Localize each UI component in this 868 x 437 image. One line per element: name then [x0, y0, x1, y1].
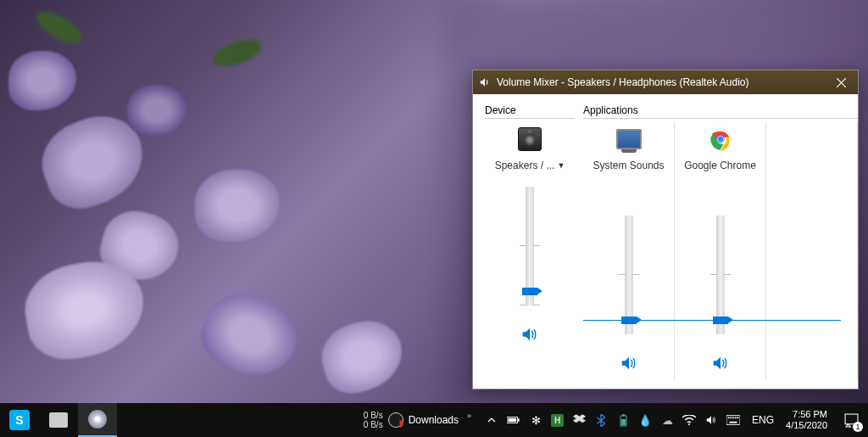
network-speed-indicator[interactable]: 0 B/s 0 B/s — [364, 411, 383, 429]
svg-rect-15 — [737, 417, 738, 418]
app-icon-chrome[interactable] — [707, 126, 734, 153]
svg-rect-16 — [730, 422, 737, 423]
bluetooth-icon[interactable] — [594, 413, 608, 427]
battery-icon[interactable] — [507, 413, 520, 427]
clock[interactable]: 7:56 PM 4/15/2020 — [786, 409, 827, 431]
clock-time: 7:56 PM — [786, 409, 827, 420]
wifi-icon[interactable] — [682, 413, 696, 427]
svg-rect-7 — [621, 419, 626, 425]
dropdown-caret-icon: ▼ — [557, 161, 565, 170]
svg-rect-4 — [508, 418, 516, 422]
app-volume-slider-system-sounds[interactable] — [627, 216, 631, 334]
taskbar-app-disc[interactable] — [78, 403, 117, 437]
downloads-icon — [388, 412, 403, 428]
app-mute-button-system-sounds[interactable] — [617, 351, 641, 375]
titlebar[interactable]: Volume Mixer - Speakers / Headphones (Re… — [473, 70, 858, 94]
volume-icon[interactable] — [704, 413, 718, 427]
tray-icon-battery2[interactable] — [616, 413, 630, 427]
taskbar-app-skype[interactable]: S — [0, 403, 39, 437]
clock-date: 4/15/2020 — [786, 420, 827, 431]
speaker-icon — [711, 354, 730, 373]
app-name-system-sounds: System Sounds — [593, 160, 664, 171]
close-button[interactable] — [824, 70, 858, 94]
speaker-icon — [520, 325, 539, 344]
volume-mixer-window: Volume Mixer - Speakers / Headphones (Re… — [472, 70, 859, 389]
notifications-badge: 1 — [853, 422, 863, 432]
chevrons-icon: » — [467, 412, 471, 420]
device-mute-button[interactable] — [518, 322, 542, 346]
keyboard-icon[interactable] — [726, 413, 740, 427]
applications-section-label: Applications — [583, 104, 858, 119]
taskbar-app-generic[interactable] — [39, 403, 78, 437]
app-name-chrome: Google Chrome — [684, 160, 756, 171]
downloads-label: Downloads — [409, 414, 459, 426]
system-tray: ✻ H 💧 ☁ — [478, 413, 747, 427]
svg-rect-5 — [518, 418, 520, 422]
tray-icon-cloud[interactable]: ☁ — [660, 413, 674, 427]
svg-point-2 — [717, 137, 722, 142]
svg-rect-11 — [728, 417, 730, 418]
speaker-icon — [620, 354, 638, 373]
language-indicator[interactable]: ENG — [752, 414, 774, 426]
device-icon[interactable] — [516, 126, 543, 153]
app-column-system-sounds: System Sounds — [583, 122, 675, 380]
svg-rect-14 — [735, 417, 737, 418]
taskbar: S 0 B/s 0 B/s Downloads » ✻ H 💧 ☁ — [0, 403, 868, 437]
notifications-button[interactable]: 1 — [834, 403, 868, 437]
mixer-content: Device Speakers / ... ▼ — [473, 94, 858, 389]
device-slider-area — [518, 171, 542, 351]
svg-rect-8 — [622, 414, 625, 416]
titlebar-app-icon — [478, 76, 492, 89]
app-mute-button-chrome[interactable] — [709, 351, 732, 375]
window-title: Volume Mixer - Speakers / Headphones (Re… — [497, 76, 824, 88]
device-volume-slider[interactable] — [528, 187, 531, 305]
svg-rect-10 — [726, 416, 740, 425]
tray-icon-snowflake[interactable]: ✻ — [529, 413, 542, 427]
downloads-button[interactable]: Downloads » — [388, 412, 471, 428]
svg-point-9 — [688, 423, 690, 425]
svg-rect-13 — [732, 417, 734, 418]
net-download: 0 B/s — [364, 420, 383, 429]
net-upload: 0 B/s — [364, 411, 383, 420]
close-icon — [837, 78, 846, 87]
tray-icon-droplet[interactable]: 💧 — [638, 413, 652, 427]
svg-rect-12 — [730, 417, 732, 418]
app-column-chrome: Google Chrome — [675, 122, 766, 380]
device-dropdown[interactable]: Speakers / ... ▼ — [495, 160, 565, 171]
tray-icon-h[interactable]: H — [551, 414, 564, 427]
app-icon-system-sounds[interactable] — [615, 126, 643, 153]
tray-icon-dropbox[interactable] — [572, 413, 586, 427]
device-section-label: Device — [485, 104, 575, 119]
app-volume-slider-chrome[interactable] — [719, 216, 722, 334]
chevron-up-icon — [487, 416, 496, 424]
device-name: Speakers / ... — [495, 160, 555, 171]
tray-overflow-button[interactable] — [485, 413, 498, 427]
